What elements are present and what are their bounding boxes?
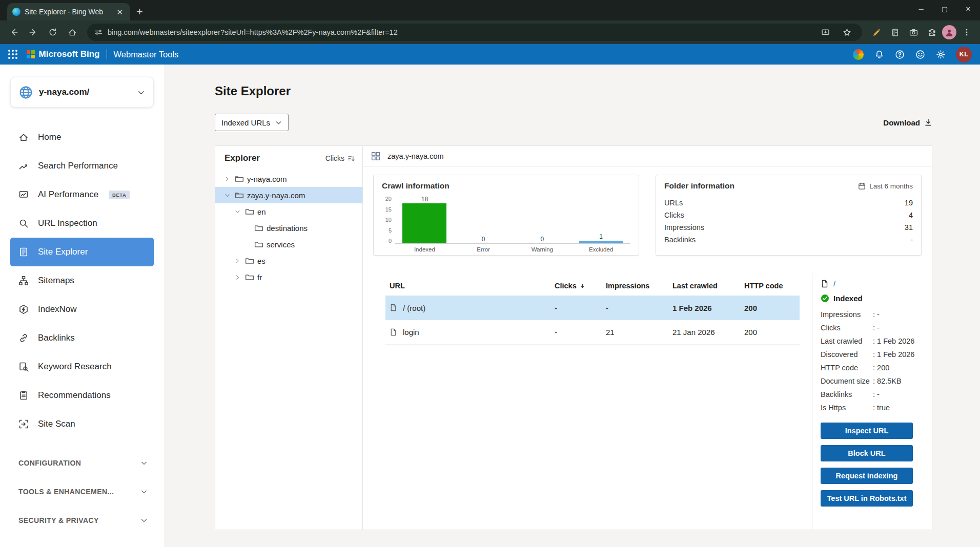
- brand-name[interactable]: Microsoft Bing: [39, 49, 100, 59]
- stat-label: Impressions: [664, 223, 704, 232]
- sort-by-clicks[interactable]: Clicks: [325, 154, 355, 162]
- notifications-bell-icon[interactable]: [874, 49, 884, 59]
- settings-gear-icon[interactable]: [935, 49, 946, 59]
- site-info-icon[interactable]: [94, 28, 103, 36]
- inspect-url-button[interactable]: Inspect URL: [821, 423, 913, 439]
- home-button[interactable]: [64, 24, 81, 41]
- chart-bar-group: 1: [579, 196, 623, 243]
- window-maximize-button[interactable]: ▢: [933, 0, 956, 17]
- sidebar-item-search-performance[interactable]: Search Performance: [0, 152, 164, 180]
- url-text[interactable]: bing.com/webmasters/siteexplorer?siteUrl…: [108, 28, 812, 36]
- url-cell: / (root): [403, 304, 425, 312]
- site-name: y-naya.com/: [39, 87, 131, 97]
- tab-close-icon[interactable]: ✕: [114, 7, 125, 17]
- block-url-button[interactable]: Block URL: [821, 445, 913, 461]
- tree-item-destinations[interactable]: destinations: [215, 220, 362, 236]
- install-app-icon[interactable]: [817, 24, 833, 40]
- url-detail-panel: / Indexed Impressions- Clicks- Last craw…: [812, 273, 932, 530]
- chart-y-tick: 0: [382, 238, 392, 244]
- sidebar-section-tools-enhancements[interactable]: TOOLS & ENHANCEMEN...: [0, 477, 164, 506]
- tree-item-services[interactable]: services: [215, 236, 362, 253]
- sidebar-item-home[interactable]: Home: [0, 123, 164, 152]
- header-divider: [107, 49, 107, 59]
- controls-row: Indexed URLs Download: [215, 114, 932, 131]
- request-indexing-button[interactable]: Request indexing: [821, 468, 913, 484]
- stat-row: Backlinks -: [664, 234, 913, 246]
- extensions-puzzle-icon[interactable]: [924, 24, 940, 40]
- breadcrumb: zaya.y-naya.com: [363, 146, 932, 166]
- crawl-chart: 20151050 18001 IndexedErrorWarningExclud…: [382, 196, 630, 253]
- browser-tab[interactable]: Site Explorer - Bing Web ✕: [7, 3, 130, 20]
- column-header-http-code[interactable]: HTTP code: [744, 282, 800, 290]
- sidebar-item-keyword-research[interactable]: Keyword Research: [0, 352, 164, 381]
- tree-label: services: [267, 240, 295, 249]
- sidebar-sections: CONFIGURATION TOOLS & ENHANCEMEN... SECU…: [0, 449, 164, 535]
- waffle-menu-icon[interactable]: [8, 50, 17, 59]
- folder-icon: [254, 240, 263, 249]
- chart-category-label: Excluded: [578, 244, 624, 253]
- new-tab-button[interactable]: +: [136, 6, 143, 17]
- window-minimize-button[interactable]: ─: [909, 0, 933, 17]
- test-url-robots-button[interactable]: Test URL in Robots.txt: [821, 490, 913, 507]
- table-row-root[interactable]: / (root) - - 1 Feb 2026 200: [385, 296, 800, 320]
- browser-menu-icon[interactable]: [958, 24, 975, 40]
- chevron-right-icon[interactable]: [222, 174, 232, 183]
- sidebar-section-security-privacy[interactable]: SECURITY & PRIVACY: [0, 506, 164, 535]
- tree-item-y-naya[interactable]: y-naya.com: [215, 171, 362, 187]
- sidebar-item-url-inspection[interactable]: URL Inspection: [0, 209, 164, 238]
- copilot-icon[interactable]: [853, 49, 864, 60]
- chevron-down-icon[interactable]: [233, 207, 242, 216]
- column-header-clicks[interactable]: Clicks: [555, 282, 606, 290]
- sidebar-section-configuration[interactable]: CONFIGURATION: [0, 449, 164, 477]
- detail-url-link[interactable]: /: [833, 279, 835, 288]
- table-row-login[interactable]: login - 21 21 Jan 2026 200: [385, 320, 800, 345]
- tree-item-en[interactable]: en: [215, 203, 362, 220]
- sidebar-item-recommendations[interactable]: Recommendations: [0, 381, 164, 410]
- chevron-right-icon[interactable]: [233, 256, 242, 265]
- tree-item-fr[interactable]: fr: [215, 269, 362, 285]
- notebook-icon[interactable]: [887, 24, 903, 40]
- back-button[interactable]: [5, 24, 23, 41]
- tree-label: es: [257, 257, 266, 265]
- site-selector[interactable]: y-naya.com/: [10, 77, 154, 108]
- chevron-right-icon[interactable]: [233, 272, 242, 282]
- feedback-smiley-icon[interactable]: [915, 49, 925, 59]
- chart-bar-group: 0: [520, 196, 564, 243]
- stat-row: URLs 19: [664, 197, 913, 209]
- last-crawled-cell: 1 Feb 2026: [672, 304, 744, 312]
- calendar-icon: [858, 182, 866, 190]
- address-bar[interactable]: bing.com/webmasters/siteexplorer?siteUrl…: [87, 24, 862, 41]
- pencil-icon[interactable]: [868, 24, 885, 40]
- bookmark-star-icon[interactable]: [839, 24, 855, 40]
- site-scan-icon: [18, 419, 29, 429]
- tree-item-es[interactable]: es: [215, 253, 362, 269]
- sidebar-item-site-scan[interactable]: Site Scan: [0, 410, 164, 438]
- column-header-impressions[interactable]: Impressions: [606, 282, 672, 290]
- camera-icon[interactable]: [905, 24, 922, 40]
- period-selector[interactable]: Last 6 months: [858, 182, 913, 190]
- sidebar-item-sitemaps[interactable]: Sitemaps: [0, 266, 164, 295]
- column-header-last-crawled[interactable]: Last crawled: [672, 282, 744, 290]
- section-label: TOOLS & ENHANCEMEN...: [18, 488, 114, 496]
- forward-button[interactable]: [25, 24, 42, 41]
- breadcrumb-site[interactable]: zaya.y-naya.com: [387, 152, 444, 160]
- trend-icon: [18, 161, 29, 171]
- help-icon[interactable]: [894, 49, 905, 59]
- field-value: 82.5KB: [873, 377, 902, 385]
- column-header-url[interactable]: URL: [385, 282, 555, 290]
- sidebar-item-backlinks[interactable]: Backlinks: [0, 324, 164, 352]
- url-filter-dropdown[interactable]: Indexed URLs: [215, 114, 289, 131]
- browser-profile-avatar[interactable]: [942, 25, 956, 39]
- sidebar-item-indexnow[interactable]: IndexNow: [0, 295, 164, 324]
- sidebar-item-site-explorer[interactable]: Site Explorer: [10, 238, 154, 266]
- window-close-button[interactable]: ✕: [956, 0, 980, 17]
- user-avatar[interactable]: KL: [956, 47, 972, 62]
- browser-tab-strip: Site Explorer - Bing Web ✕ + ─ ▢ ✕: [0, 0, 980, 20]
- refresh-button[interactable]: [44, 24, 62, 41]
- field-label: Discovered: [821, 350, 873, 359]
- download-button[interactable]: Download: [883, 118, 932, 127]
- sidebar-item-ai-performance[interactable]: AI Performance BETA: [0, 180, 164, 209]
- tree-item-zaya-y-naya[interactable]: zaya.y-naya.com: [215, 187, 362, 203]
- chevron-down-icon[interactable]: [222, 191, 232, 200]
- product-name[interactable]: Webmaster Tools: [114, 50, 179, 59]
